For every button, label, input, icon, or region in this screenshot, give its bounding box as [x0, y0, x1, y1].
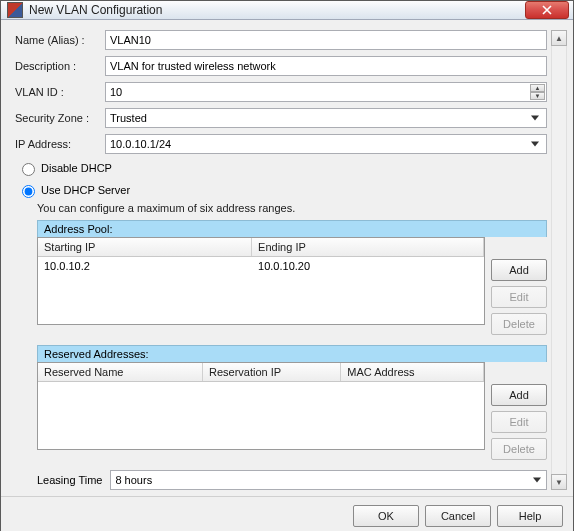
reserved-tbody [38, 382, 484, 449]
security-zone-value: Trusted [110, 112, 147, 124]
name-value: VLAN10 [110, 34, 151, 46]
address-pool-header: Address Pool: [37, 220, 547, 237]
window-title: New VLAN Configuration [29, 3, 525, 17]
table-row[interactable]: 10.0.10.2 10.0.10.20 [38, 257, 484, 275]
description-label: Description : [15, 60, 105, 72]
col-ending-ip[interactable]: Ending IP [252, 238, 484, 256]
reserved-addresses-table[interactable]: Reserved Name Reservation IP MAC Address [37, 362, 485, 450]
leasing-value: 8 hours [115, 474, 152, 486]
row-ip-address: IP Address: 10.0.10.1/24 [15, 134, 547, 154]
content-area: Name (Alias) : VLAN10 Description : VLAN… [1, 20, 573, 496]
scroll-down-button[interactable]: ▼ [551, 474, 567, 490]
security-zone-select[interactable]: Trusted [105, 108, 547, 128]
security-zone-label: Security Zone : [15, 112, 105, 124]
pool-add-button[interactable]: Add [491, 259, 547, 281]
reserved-thead: Reserved Name Reservation IP MAC Address [38, 363, 484, 382]
row-description: Description : VLAN for trusted wireless … [15, 56, 547, 76]
reserved-addresses-section: Reserved Name Reservation IP MAC Address… [37, 362, 547, 460]
spin-down-icon[interactable]: ▼ [530, 92, 545, 100]
cancel-button[interactable]: Cancel [425, 505, 491, 527]
col-starting-ip[interactable]: Starting IP [38, 238, 252, 256]
dialog-window: New VLAN Configuration Name (Alias) : VL… [0, 0, 574, 531]
vlan-id-spinner[interactable]: ▲ ▼ [530, 84, 545, 100]
form-column: Name (Alias) : VLAN10 Description : VLAN… [15, 30, 549, 490]
ip-address-select[interactable]: 10.0.10.1/24 [105, 134, 547, 154]
close-button[interactable] [525, 1, 569, 19]
leasing-row: Leasing Time 8 hours [37, 470, 547, 490]
name-input[interactable]: VLAN10 [105, 30, 547, 50]
vlan-id-input[interactable]: 10 ▲ ▼ [105, 82, 547, 102]
name-label: Name (Alias) : [15, 34, 105, 46]
close-icon [542, 5, 552, 15]
scroll-up-button[interactable]: ▲ [551, 30, 567, 46]
leasing-label: Leasing Time [37, 474, 102, 486]
col-reservation-ip[interactable]: Reservation IP [203, 363, 341, 381]
disable-dhcp-input[interactable] [22, 163, 35, 176]
reserved-buttons: Add Edit Delete [491, 362, 547, 460]
dialog-footer: OK Cancel Help [1, 496, 573, 531]
help-button[interactable]: Help [497, 505, 563, 527]
address-pool-table[interactable]: Starting IP Ending IP 10.0.10.2 10.0.10.… [37, 237, 485, 325]
ip-address-label: IP Address: [15, 138, 105, 150]
address-pool-tbody: 10.0.10.2 10.0.10.20 [38, 257, 484, 324]
cell-starting-ip: 10.0.10.2 [38, 257, 252, 275]
reserved-add-button[interactable]: Add [491, 384, 547, 406]
spin-up-icon[interactable]: ▲ [530, 84, 545, 92]
app-icon [7, 2, 23, 18]
address-pool-buttons: Add Edit Delete [491, 237, 547, 335]
titlebar: New VLAN Configuration [1, 1, 573, 20]
disable-dhcp-label: Disable DHCP [41, 162, 112, 174]
address-pool-section: Starting IP Ending IP 10.0.10.2 10.0.10.… [37, 237, 547, 335]
cell-ending-ip: 10.0.10.20 [252, 257, 484, 275]
reserved-edit-button[interactable]: Edit [491, 411, 547, 433]
pool-delete-button[interactable]: Delete [491, 313, 547, 335]
row-security-zone: Security Zone : Trusted [15, 108, 547, 128]
row-vlan-id: VLAN ID : 10 ▲ ▼ [15, 82, 547, 102]
ok-button[interactable]: OK [353, 505, 419, 527]
use-dhcp-input[interactable] [22, 185, 35, 198]
vlan-id-value: 10 [110, 86, 122, 98]
reserved-addresses-header: Reserved Addresses: [37, 345, 547, 362]
vlan-id-label: VLAN ID : [15, 86, 105, 98]
use-dhcp-label: Use DHCP Server [41, 184, 130, 196]
dhcp-note: You can configure a maximum of six addre… [37, 202, 547, 214]
reserved-delete-button[interactable]: Delete [491, 438, 547, 460]
description-value: VLAN for trusted wireless network [110, 60, 276, 72]
address-pool-thead: Starting IP Ending IP [38, 238, 484, 257]
ip-address-value: 10.0.10.1/24 [110, 138, 171, 150]
pool-edit-button[interactable]: Edit [491, 286, 547, 308]
description-input[interactable]: VLAN for trusted wireless network [105, 56, 547, 76]
col-reserved-name[interactable]: Reserved Name [38, 363, 203, 381]
row-name: Name (Alias) : VLAN10 [15, 30, 547, 50]
use-dhcp-radio[interactable]: Use DHCP Server [17, 182, 547, 198]
scroll-track[interactable] [551, 46, 567, 474]
vertical-scrollbar[interactable]: ▲ ▼ [551, 30, 567, 490]
col-mac-address[interactable]: MAC Address [341, 363, 484, 381]
disable-dhcp-radio[interactable]: Disable DHCP [17, 160, 547, 176]
leasing-select[interactable]: 8 hours [110, 470, 547, 490]
